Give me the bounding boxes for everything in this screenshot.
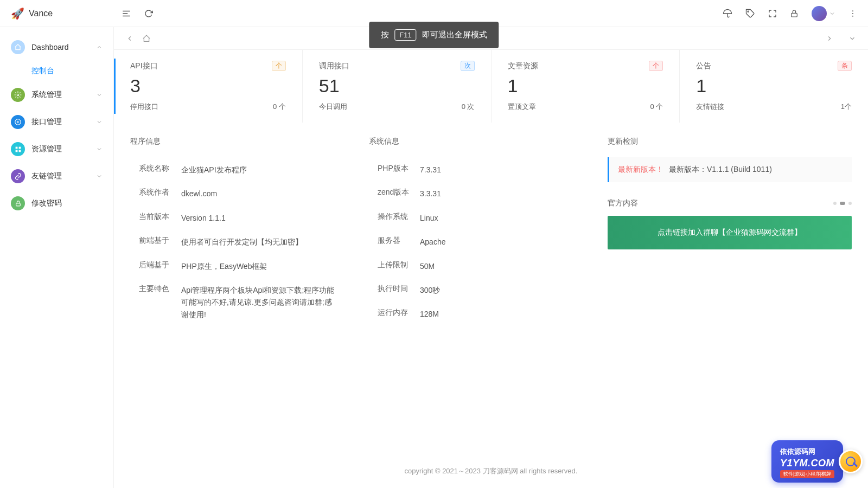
refresh-button[interactable]	[144, 9, 153, 18]
fullscreen-button[interactable]	[768, 9, 777, 18]
table-row: 服务器Apache	[370, 230, 574, 253]
tag-button[interactable]	[745, 9, 755, 18]
carousel-dots[interactable]	[833, 202, 852, 205]
stat-badge: 条	[838, 61, 852, 71]
stat-title: 公告	[696, 61, 711, 71]
sidebar-item-resource[interactable]: 资源管理	[0, 136, 113, 163]
sidebar-item-system[interactable]: 系统管理	[0, 81, 113, 108]
table-row: 系统名称企业猫API发布程序	[131, 158, 335, 181]
sidebar: Dashboard 控制台 系统管理 接口管理	[0, 27, 114, 488]
official-banner-link[interactable]: 点击链接加入群聊【企业猫源码网交流群】	[608, 216, 852, 249]
more-button[interactable]	[848, 9, 857, 18]
chevron-down-icon	[96, 146, 103, 152]
menu-toggle-button[interactable]	[122, 9, 131, 18]
stat-bottom-value: 0 次	[462, 102, 475, 112]
section-title: 官方内容	[608, 198, 638, 208]
avatar	[812, 6, 827, 21]
program-info-table: 系统名称企业猫API发布程序 系统作者dkewl.com 当前版本Version…	[130, 157, 336, 327]
lock-button[interactable]	[790, 9, 799, 18]
api-icon	[11, 115, 25, 129]
table-row: 操作系统Linux	[370, 207, 574, 229]
update-alert: 最新新版本！	[618, 165, 663, 175]
svg-rect-14	[16, 203, 20, 206]
sidebar-item-password[interactable]: 修改密码	[0, 190, 113, 217]
fullscreen-icon	[768, 9, 777, 18]
link-icon	[11, 169, 25, 183]
section-title: 程序信息	[130, 137, 336, 146]
table-row: PHP版本7.3.31	[370, 158, 574, 181]
section-title: 系统信息	[369, 137, 575, 146]
home-icon	[142, 34, 151, 43]
table-row: 执行时间300秒	[370, 279, 574, 301]
table-row: 上传限制50M	[370, 255, 574, 278]
chevron-down-icon	[829, 10, 835, 17]
sidebar-item-api[interactable]: 接口管理	[0, 108, 113, 136]
stats-row: API接口 个 3 停用接口 0 个 调用接口 次 51	[114, 50, 868, 123]
program-info-section: 程序信息 系统名称企业猫API发布程序 系统作者dkewl.com 当前版本Ve…	[114, 128, 353, 336]
rocket-icon: 🚀	[11, 7, 24, 20]
stat-title: API接口	[130, 61, 158, 71]
sidebar-item-label: 接口管理	[31, 117, 96, 127]
toast-key: F11	[394, 29, 416, 41]
key-icon	[11, 196, 25, 210]
stat-value: 1	[508, 75, 663, 97]
tag-icon	[745, 9, 755, 18]
gear-icon	[11, 88, 25, 102]
grid-icon	[11, 142, 25, 156]
stat-bottom-value: 1个	[841, 102, 852, 112]
toast-suffix: 即可退出全屏模式	[422, 30, 487, 40]
chevron-down-icon	[96, 119, 103, 125]
system-info-section: 系统信息 PHP版本7.3.31 zend版本3.3.31 操作系统Linux …	[353, 128, 591, 336]
sidebar-sub-console[interactable]: 控制台	[0, 61, 113, 81]
brand-text: Vance	[29, 9, 53, 18]
table-row: zend版本3.3.31	[370, 182, 574, 205]
section-title: 更新检测	[608, 137, 852, 146]
tab-home[interactable]	[138, 32, 155, 45]
svg-rect-11	[18, 146, 21, 149]
stat-bottom-label: 今日调用	[319, 102, 347, 112]
user-menu[interactable]	[812, 6, 835, 21]
umbrella-button[interactable]	[723, 9, 732, 18]
tab-prev-button[interactable]	[122, 33, 138, 44]
chevron-right-icon	[826, 35, 833, 42]
stat-card-articles: 文章资源 个 1 置顶文章 0 个	[491, 50, 680, 123]
table-row: 运行内存128M	[370, 303, 574, 325]
chevron-up-icon	[96, 44, 103, 50]
table-row: 当前版本Version 1.1.1	[131, 207, 335, 229]
stat-bottom-label: 友情链接	[696, 102, 724, 112]
tab-next-button[interactable]	[821, 33, 838, 44]
watermark-title: 依依源码网	[780, 447, 834, 457]
table-row: 主要特色Api管理程序两个板块Api和资源下载;程序功能可能写的不好,请见谅.更…	[131, 279, 335, 326]
stat-bottom-label: 置顶文章	[508, 102, 536, 112]
stat-value: 1	[696, 75, 852, 97]
svg-point-7	[852, 15, 853, 16]
table-row: 系统作者dkewl.com	[131, 182, 335, 205]
logo: 🚀 Vance	[11, 7, 108, 20]
home-icon	[11, 40, 25, 54]
more-vertical-icon	[848, 9, 857, 18]
table-row: 后端基于PHP原生，EasyWeb框架	[131, 255, 335, 278]
footer: copyright © 2021～2023 刀客源码网 all rights r…	[114, 454, 868, 488]
svg-point-6	[852, 13, 853, 14]
tab-dropdown-button[interactable]	[844, 33, 860, 44]
stat-badge: 个	[272, 61, 286, 71]
info-row: 程序信息 系统名称企业猫API发布程序 系统作者dkewl.com 当前版本Ve…	[114, 123, 868, 336]
sidebar-item-links[interactable]: 友链管理	[0, 163, 113, 190]
watermark-url: Y1YM.COM	[780, 458, 834, 469]
main-content: API接口 个 3 停用接口 0 个 调用接口 次 51	[114, 27, 868, 488]
stat-value: 3	[130, 75, 286, 97]
sidebar-item-label: 友链管理	[31, 171, 96, 181]
stat-bottom-value: 0 个	[650, 102, 663, 112]
header: 🚀 Vance 按 F11 即可退出全	[0, 0, 868, 27]
sidebar-item-dashboard[interactable]: Dashboard	[0, 34, 113, 61]
svg-point-5	[852, 10, 853, 11]
stat-value: 51	[319, 75, 475, 97]
sidebar-item-label: Dashboard	[31, 43, 96, 52]
watermark: 依依源码网 Y1YM.COM 软件|游戏|小程序|棋牌	[771, 440, 863, 483]
stat-bottom-value: 0 个	[273, 102, 286, 112]
svg-rect-10	[15, 146, 17, 149]
stat-card-calls: 调用接口 次 51 今日调用 0 次	[302, 50, 491, 123]
stat-title: 文章资源	[508, 61, 538, 71]
stat-card-notice: 公告 条 1 友情链接 1个	[679, 50, 868, 123]
table-row: 前端基于使用者可自行开发定制【均无加密】	[131, 230, 335, 253]
